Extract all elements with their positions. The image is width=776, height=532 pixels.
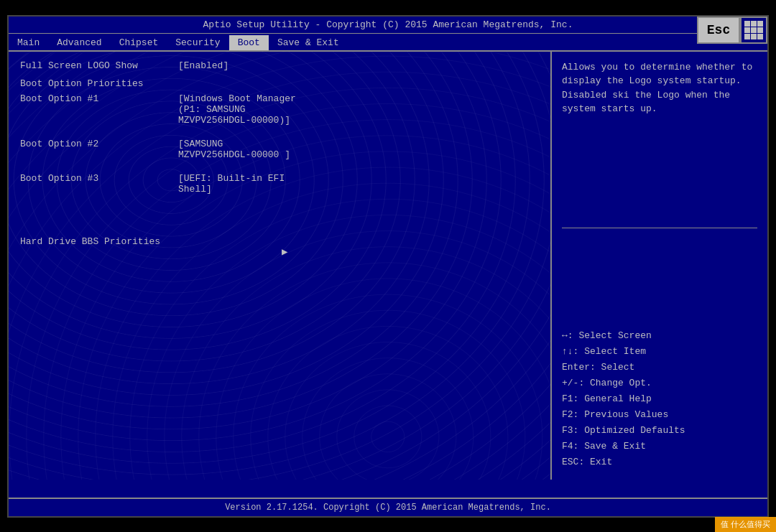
watermark-text: 值 什么值得买	[721, 520, 770, 528]
key-help: ↔: Select Screen ↑↓: Select Item Enter: …	[562, 328, 757, 471]
key-help-f2: F2: Previous Values	[562, 407, 757, 423]
nav-item-security[interactable]: Security	[167, 35, 228, 50]
key-help-f1: F1: General Help	[562, 391, 757, 407]
title-text: Aptio Setup Utility - Copyright (C) 2015…	[203, 19, 573, 30]
boot-option-1-row: Boot Option #1 [Windows Boot Manager(P1:…	[20, 93, 539, 126]
boot-option-3-label: Boot Option #3	[20, 173, 178, 184]
boot-option-1-label: Boot Option #1	[20, 93, 178, 104]
boot-option-1-value[interactable]: [Windows Boot Manager(P1: SAMSUNGMZVPV25…	[178, 93, 296, 126]
key-help-change: +/-: Change Opt.	[562, 375, 757, 391]
key-help-f3: F3: Optimized Defaults	[562, 423, 757, 439]
main-panel: Full Screen LOGO Show [Enabled] Boot Opt…	[9, 52, 552, 480]
content-area: Full Screen LOGO Show [Enabled] Boot Opt…	[9, 52, 767, 480]
key-help-select-screen: ↔: Select Screen	[562, 328, 757, 344]
grid-icon	[744, 21, 763, 39]
status-text: Version 2.17.1254. Copyright (C) 2015 Am…	[225, 503, 551, 513]
key-help-select-item: ↑↓: Select Item	[562, 344, 757, 360]
boot-option-2-row: Boot Option #2 [SAMSUNGMZVPV256HDGL-0000…	[20, 139, 539, 160]
nav-item-main[interactable]: Main	[9, 35, 48, 50]
status-bar: Version 2.17.1254. Copyright (C) 2015 Am…	[9, 498, 767, 516]
boot-option-2-value[interactable]: [SAMSUNGMZVPV256HDGL-00000 ]	[178, 139, 290, 160]
full-screen-logo-label: Full Screen LOGO Show	[20, 60, 178, 71]
key-help-f4: F4: Save & Exit	[562, 439, 757, 454]
key-help-enter: Enter: Select	[562, 360, 757, 375]
cursor-area: ▶	[282, 246, 287, 258]
boot-option-3-row: Boot Option #3 [UEFI: Built-in EFIShell]	[20, 173, 539, 195]
bios-screen: Aptio Setup Utility - Copyright (C) 2015…	[7, 15, 769, 518]
grid-button[interactable]	[740, 17, 767, 44]
title-bar: Aptio Setup Utility - Copyright (C) 2015…	[9, 17, 767, 34]
nav-item-advanced[interactable]: Advanced	[48, 35, 110, 50]
outer-frame: Aptio Setup Utility - Copyright (C) 2015…	[0, 0, 776, 532]
boot-option-2-label: Boot Option #2	[20, 139, 178, 149]
watermark: 值 什么值得买	[715, 517, 776, 532]
nav-item-chipset[interactable]: Chipset	[111, 35, 167, 50]
esc-btn-area: Esc	[697, 17, 767, 44]
full-screen-logo-row: Full Screen LOGO Show [Enabled]	[20, 60, 539, 71]
boot-option-3-value[interactable]: [UEFI: Built-in EFIShell]	[178, 173, 285, 195]
nav-item-save-exit[interactable]: Save & Exit	[269, 35, 348, 50]
boot-priorities-header: Boot Option Priorities	[20, 78, 539, 89]
hard-drive-bbs-header[interactable]: Hard Drive BBS Priorities	[20, 236, 539, 247]
info-panel: Allows you to determine whether to displ…	[552, 52, 767, 480]
divider	[562, 228, 757, 228]
full-screen-logo-value[interactable]: [Enabled]	[178, 60, 228, 71]
help-text: Allows you to determine whether to displ…	[562, 60, 757, 116]
nav-bar: Main Advanced Chipset Security Boot Save…	[9, 34, 767, 52]
key-help-esc: ESC: Exit	[562, 454, 757, 470]
esc-button[interactable]: Esc	[697, 17, 740, 44]
nav-item-boot[interactable]: Boot	[229, 35, 269, 50]
